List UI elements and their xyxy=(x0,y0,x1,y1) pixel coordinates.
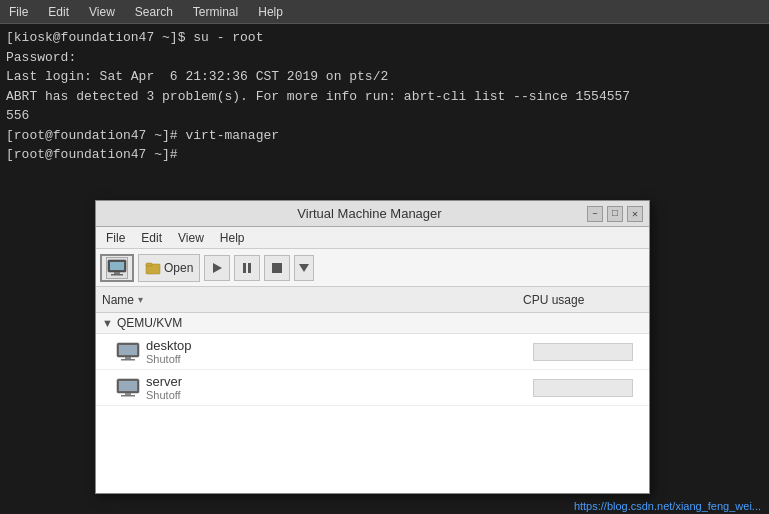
terminal-menu-help[interactable]: Help xyxy=(253,3,288,21)
column-name-label: Name xyxy=(102,293,134,307)
vmm-window: Virtual Machine Manager – □ ✕ File Edit … xyxy=(95,200,650,494)
svg-marker-10 xyxy=(299,264,309,272)
terminal-window: File Edit View Search Terminal Help [kio… xyxy=(0,0,769,514)
svg-rect-17 xyxy=(125,393,131,395)
vm-desktop-name: desktop xyxy=(146,338,533,353)
vmm-title: Virtual Machine Manager xyxy=(152,206,587,221)
terminal-menu-search[interactable]: Search xyxy=(130,3,178,21)
manager-icon-button[interactable] xyxy=(100,254,134,282)
terminal-menu-view[interactable]: View xyxy=(84,3,120,21)
svg-rect-1 xyxy=(110,262,124,270)
pause-icon xyxy=(241,262,253,274)
vmm-titlebar: Virtual Machine Manager – □ ✕ xyxy=(96,201,649,227)
vm-row-server[interactable]: server Shutoff xyxy=(96,370,649,406)
group-name-label: QEMU/KVM xyxy=(117,316,182,330)
dropdown-arrow-icon xyxy=(299,264,309,272)
close-button[interactable]: ✕ xyxy=(627,206,643,222)
vmm-column-headers: Name ▾ CPU usage xyxy=(96,287,649,313)
terminal-menu-file[interactable]: File xyxy=(4,3,33,21)
terminal-line-4: ABRT has detected 3 problem(s). For more… xyxy=(6,87,763,107)
play-icon xyxy=(211,262,223,274)
open-label: Open xyxy=(164,261,193,275)
open-button[interactable]: Open xyxy=(138,254,200,282)
vm-server-info: server Shutoff xyxy=(146,374,533,401)
vmm-menubar: File Edit View Help xyxy=(96,227,649,249)
svg-rect-12 xyxy=(119,345,137,355)
minimize-button[interactable]: – xyxy=(587,206,603,222)
vmm-menu-view[interactable]: View xyxy=(174,230,208,246)
svg-rect-2 xyxy=(114,272,120,274)
play-button[interactable] xyxy=(204,255,230,281)
svg-rect-14 xyxy=(121,359,135,361)
stop-icon xyxy=(271,262,283,274)
vm-desktop-icon xyxy=(116,342,140,362)
terminal-output: [kiosk@foundation47 ~]$ su - root Passwo… xyxy=(0,24,769,169)
vmm-window-controls: – □ ✕ xyxy=(587,206,643,222)
vmm-menu-file[interactable]: File xyxy=(102,230,129,246)
svg-rect-16 xyxy=(119,381,137,391)
toolbar-dropdown-button[interactable] xyxy=(294,255,314,281)
vmm-toolbar: Open xyxy=(96,249,649,287)
vm-desktop-status: Shutoff xyxy=(146,353,533,365)
svg-marker-6 xyxy=(213,263,222,273)
maximize-button[interactable]: □ xyxy=(607,206,623,222)
group-expand-icon: ▼ xyxy=(102,317,113,329)
svg-rect-13 xyxy=(125,357,131,359)
vm-server-name: server xyxy=(146,374,533,389)
vm-desktop-info: desktop Shutoff xyxy=(146,338,533,365)
vmm-content: ▼ QEMU/KVM desktop Shutoff xyxy=(96,313,649,493)
terminal-line-2: Password: xyxy=(6,48,763,68)
vm-row-desktop[interactable]: desktop Shutoff xyxy=(96,334,649,370)
terminal-line-3: Last login: Sat Apr 6 21:32:36 CST 2019 … xyxy=(6,67,763,87)
svg-rect-7 xyxy=(243,263,246,273)
terminal-line-1: [kiosk@foundation47 ~]$ su - root xyxy=(6,28,763,48)
open-icon xyxy=(145,260,161,276)
qemu-kvm-group[interactable]: ▼ QEMU/KVM xyxy=(96,313,649,334)
vmm-menu-edit[interactable]: Edit xyxy=(137,230,166,246)
svg-rect-9 xyxy=(272,263,282,273)
terminal-line-7: [root@foundation47 ~]# xyxy=(6,145,763,165)
vm-server-icon xyxy=(116,378,140,398)
stop-button[interactable] xyxy=(264,255,290,281)
svg-rect-5 xyxy=(146,263,152,266)
column-cpu-usage: CPU usage xyxy=(523,293,643,307)
vm-desktop-cpu-bar xyxy=(533,343,633,361)
manager-monitor-icon xyxy=(106,257,128,279)
svg-rect-8 xyxy=(248,263,251,273)
terminal-statusbar-link: https://blog.csdn.net/xiang_feng_wei... xyxy=(566,498,769,514)
column-name[interactable]: Name ▾ xyxy=(102,293,523,307)
vmm-menu-help[interactable]: Help xyxy=(216,230,249,246)
terminal-menu-terminal[interactable]: Terminal xyxy=(188,3,243,21)
svg-rect-3 xyxy=(111,274,123,276)
svg-rect-18 xyxy=(121,395,135,397)
terminal-line-5: 556 xyxy=(6,106,763,126)
vm-server-status: Shutoff xyxy=(146,389,533,401)
terminal-menubar[interactable]: File Edit View Search Terminal Help xyxy=(0,0,769,24)
terminal-menu-edit[interactable]: Edit xyxy=(43,3,74,21)
column-sort-icon: ▾ xyxy=(138,294,143,305)
vm-server-cpu-bar xyxy=(533,379,633,397)
pause-button[interactable] xyxy=(234,255,260,281)
terminal-line-6: [root@foundation47 ~]# virt-manager xyxy=(6,126,763,146)
